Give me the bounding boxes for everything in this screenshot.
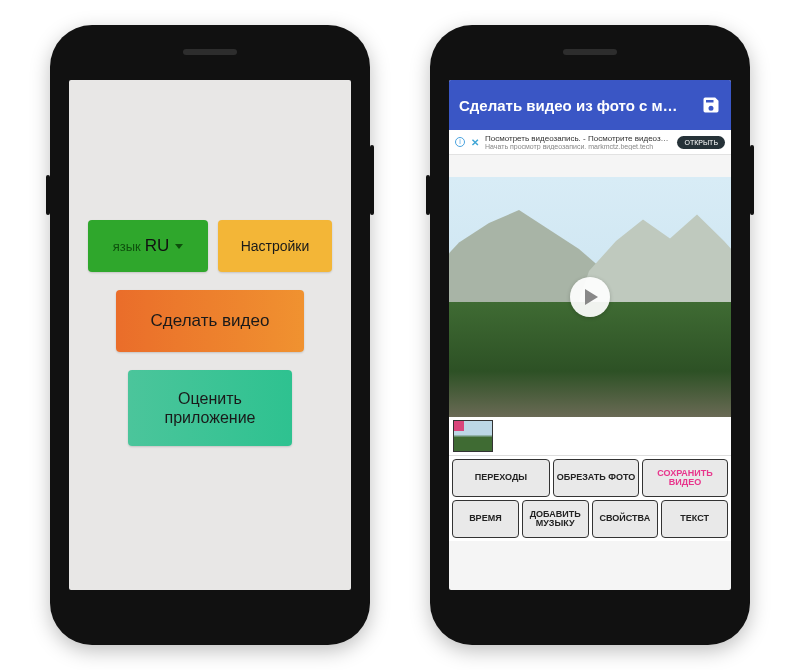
ad-text: Посмотреть видеозапись. - Посмотрите вид… — [485, 134, 671, 150]
language-code: RU — [145, 236, 170, 256]
phone-frame-right: Сделать видео из фото с му… i ✕ Посмотре… — [430, 25, 750, 645]
ad-open-button[interactable]: ОТКРЫТЬ — [677, 136, 725, 149]
ad-info-icon: i — [455, 137, 465, 147]
thumbnail-strip — [449, 417, 731, 456]
save-video-button[interactable]: СОХРАНИТЬ ВИДЕО — [642, 459, 728, 497]
screen-main-menu: язык RU Настройки Сделать видео Оценить … — [69, 80, 351, 590]
settings-button[interactable]: Настройки — [218, 220, 332, 272]
video-preview[interactable] — [449, 177, 731, 417]
thumbnail-item[interactable] — [453, 420, 493, 452]
tools-grid: ПЕРЕХОДЫ ОБРЕЗАТЬ ФОТО СОХРАНИТЬ ВИДЕО В… — [449, 456, 731, 541]
main-menu: язык RU Настройки Сделать видео Оценить … — [69, 220, 351, 446]
crop-photo-button[interactable]: ОБРЕЗАТЬ ФОТО — [553, 459, 639, 497]
ad-banner[interactable]: i ✕ Посмотреть видеозапись. - Посмотрите… — [449, 130, 731, 155]
transitions-button[interactable]: ПЕРЕХОДЫ — [452, 459, 550, 497]
tools-row-2: ВРЕМЯ ДОБАВИТЬ МУЗЫКУ СВОЙСТВА ТЕКСТ — [452, 500, 728, 538]
ad-close-icon[interactable]: ✕ — [471, 137, 479, 148]
menu-top-row: язык RU Настройки — [88, 220, 332, 272]
screen-editor: Сделать видео из фото с му… i ✕ Посмотре… — [449, 80, 731, 590]
app-bar-title: Сделать видео из фото с му… — [459, 97, 679, 114]
side-button — [46, 175, 50, 215]
ad-subtitle: Начать просмотр видеозаписи. markmctz.be… — [485, 143, 671, 150]
chevron-down-icon — [175, 244, 183, 249]
play-button[interactable] — [570, 277, 610, 317]
add-music-button[interactable]: ДОБАВИТЬ МУЗЫКУ — [522, 500, 589, 538]
tools-row-1: ПЕРЕХОДЫ ОБРЕЗАТЬ ФОТО СОХРАНИТЬ ВИДЕО — [452, 459, 728, 497]
properties-button[interactable]: СВОЙСТВА — [592, 500, 659, 538]
save-icon[interactable] — [701, 95, 721, 115]
play-icon — [585, 289, 598, 305]
text-button[interactable]: ТЕКСТ — [661, 500, 728, 538]
rate-app-button[interactable]: Оценить приложение — [128, 370, 292, 446]
time-button[interactable]: ВРЕМЯ — [452, 500, 519, 538]
phone-frame-left: язык RU Настройки Сделать видео Оценить … — [50, 25, 370, 645]
language-prefix: язык — [113, 239, 141, 254]
language-select-button[interactable]: язык RU — [88, 220, 208, 272]
side-button — [426, 175, 430, 215]
landscape-decoration — [449, 302, 731, 417]
app-bar: Сделать видео из фото с му… — [449, 80, 731, 130]
ad-title: Посмотреть видеозапись. - Посмотрите вид… — [485, 134, 671, 143]
make-video-button[interactable]: Сделать видео — [116, 290, 304, 352]
